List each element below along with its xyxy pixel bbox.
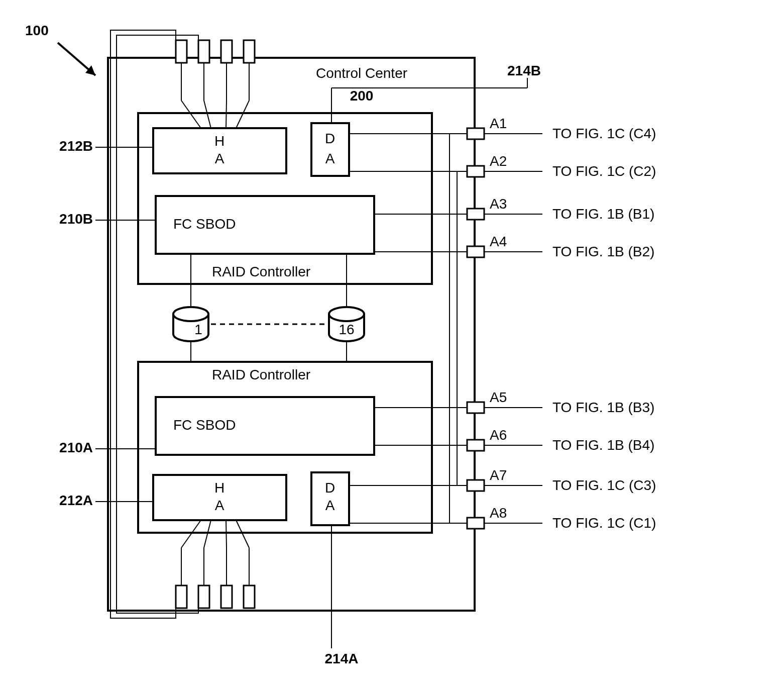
svg-text:A7: A7 xyxy=(490,467,507,483)
svg-text:A3: A3 xyxy=(490,196,507,212)
ref-210a: 210A xyxy=(59,440,93,455)
svg-rect-4 xyxy=(221,40,232,63)
svg-text:A1: A1 xyxy=(490,116,507,131)
svg-text:TO FIG. 1B (B4): TO FIG. 1B (B4) xyxy=(552,437,654,453)
svg-text:A5: A5 xyxy=(490,389,507,405)
svg-rect-31 xyxy=(176,585,187,608)
ref-212b: 212B xyxy=(59,138,93,154)
raid-bottom-label: RAID Controller xyxy=(212,367,310,382)
svg-text:TO FIG. 1B (B3): TO FIG. 1B (B3) xyxy=(552,400,654,415)
svg-rect-58 xyxy=(467,246,484,257)
svg-rect-33 xyxy=(221,585,232,608)
da-top-l2: A xyxy=(325,151,335,166)
svg-rect-43 xyxy=(467,128,484,139)
svg-text:A4: A4 xyxy=(490,234,507,249)
da-top-l1: D xyxy=(325,131,335,146)
control-center-label: Control Center xyxy=(316,65,407,81)
svg-rect-48 xyxy=(467,166,484,177)
figure-ref-label: 100 xyxy=(25,23,49,38)
sbod-bottom-label: FC SBOD xyxy=(173,417,236,433)
diagram-svg: 100 Control Center 200 RAID Controller H… xyxy=(0,0,784,685)
da-bot-l2: A xyxy=(325,498,335,513)
svg-rect-78 xyxy=(467,518,484,529)
svg-text:TO FIG. 1B (B2): TO FIG. 1B (B2) xyxy=(552,244,654,259)
svg-rect-34 xyxy=(244,585,255,608)
svg-rect-3 xyxy=(198,40,209,63)
svg-text:TO FIG. 1C (C2): TO FIG. 1C (C2) xyxy=(552,163,656,179)
svg-line-37 xyxy=(226,520,227,548)
ref-210b: 210B xyxy=(59,211,93,227)
ha-bot-l2: A xyxy=(215,498,225,513)
ref-214a: 214A xyxy=(325,651,359,666)
svg-line-12 xyxy=(226,101,227,128)
svg-rect-5 xyxy=(244,40,255,63)
ha-top-l1: H xyxy=(214,133,225,149)
svg-text:TO FIG. 1C (C4): TO FIG. 1C (C4) xyxy=(552,126,656,141)
svg-rect-53 xyxy=(467,209,484,220)
control-center-ref: 200 xyxy=(350,88,374,104)
ha-bot-l1: H xyxy=(214,480,225,496)
raid-top-label: RAID Controller xyxy=(212,264,310,279)
svg-text:16: 16 xyxy=(339,322,354,337)
svg-text:1: 1 xyxy=(194,322,202,337)
svg-rect-32 xyxy=(198,585,209,608)
svg-rect-68 xyxy=(467,440,484,451)
svg-text:A6: A6 xyxy=(490,427,507,443)
svg-rect-63 xyxy=(467,402,484,413)
ref-214b: 214B xyxy=(507,63,541,78)
svg-rect-73 xyxy=(467,480,484,491)
da-bot-l1: D xyxy=(325,480,335,496)
svg-text:A8: A8 xyxy=(490,505,507,521)
svg-text:TO FIG. 1C (C3): TO FIG. 1C (C3) xyxy=(552,477,656,493)
ha-top-l2: A xyxy=(215,151,225,166)
svg-text:A2: A2 xyxy=(490,153,507,169)
svg-text:TO FIG. 1B (B1): TO FIG. 1B (B1) xyxy=(552,206,654,222)
svg-text:TO FIG. 1C (C1): TO FIG. 1C (C1) xyxy=(552,515,656,531)
ref-212a: 212A xyxy=(59,493,93,508)
svg-rect-2 xyxy=(176,40,187,63)
sbod-top-label: FC SBOD xyxy=(173,216,236,232)
